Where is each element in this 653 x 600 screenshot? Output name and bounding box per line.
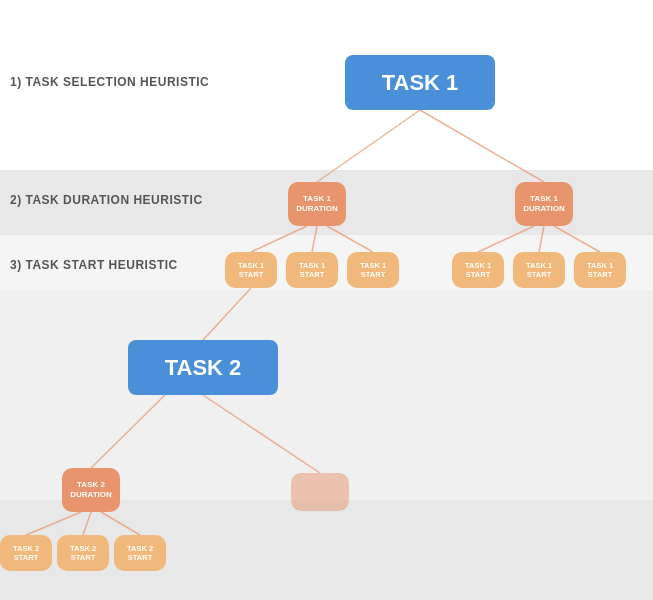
start-node-2b: TASK 1START bbox=[513, 252, 565, 288]
start-task2-node-a: TASK 2START bbox=[0, 535, 52, 571]
start-2b-label: TASK 1START bbox=[526, 261, 552, 279]
task2-label: TASK 2 bbox=[165, 355, 242, 381]
section-label-3: 3) TASK START HEURISTIC bbox=[10, 258, 178, 272]
start-node-2a: TASK 1START bbox=[452, 252, 504, 288]
start-t2b-label: TASK 2START bbox=[70, 544, 96, 562]
duration-1-label: TASK 1DURATION bbox=[296, 194, 338, 213]
start-node-1a: TASK 1START bbox=[225, 252, 277, 288]
start-t2a-label: TASK 2START bbox=[13, 544, 39, 562]
start-task2-node-b: TASK 2START bbox=[57, 535, 109, 571]
start-task2-node-c: TASK 2START bbox=[114, 535, 166, 571]
duration-task2-label: TASK 2DURATION bbox=[70, 480, 112, 499]
task2-node: TASK 2 bbox=[128, 340, 278, 395]
duration-2-label: TASK 1DURATION bbox=[523, 194, 565, 213]
task1-label: TASK 1 bbox=[382, 70, 459, 96]
section-label-2: 2) TASK DURATION HEURISTIC bbox=[10, 193, 203, 207]
duration-task2-placeholder bbox=[291, 473, 349, 511]
start-1c-label: TASK 1START bbox=[360, 261, 386, 279]
duration-task2-node: TASK 2DURATION bbox=[62, 468, 120, 512]
start-node-1c: TASK 1START bbox=[347, 252, 399, 288]
task1-node: TASK 1 bbox=[345, 55, 495, 110]
start-1a-label: TASK 1START bbox=[238, 261, 264, 279]
start-node-1b: TASK 1START bbox=[286, 252, 338, 288]
duration-node-2: TASK 1DURATION bbox=[515, 182, 573, 226]
start-1b-label: TASK 1START bbox=[299, 261, 325, 279]
diagram-container: 1) TASK SELECTION HEURISTIC 2) TASK DURA… bbox=[0, 0, 653, 600]
duration-node-1: TASK 1DURATION bbox=[288, 182, 346, 226]
start-2a-label: TASK 1START bbox=[465, 261, 491, 279]
start-2c-label: TASK 1START bbox=[587, 261, 613, 279]
section-label-1: 1) TASK SELECTION HEURISTIC bbox=[10, 75, 209, 89]
start-node-2c: TASK 1START bbox=[574, 252, 626, 288]
start-t2c-label: TASK 2START bbox=[127, 544, 153, 562]
